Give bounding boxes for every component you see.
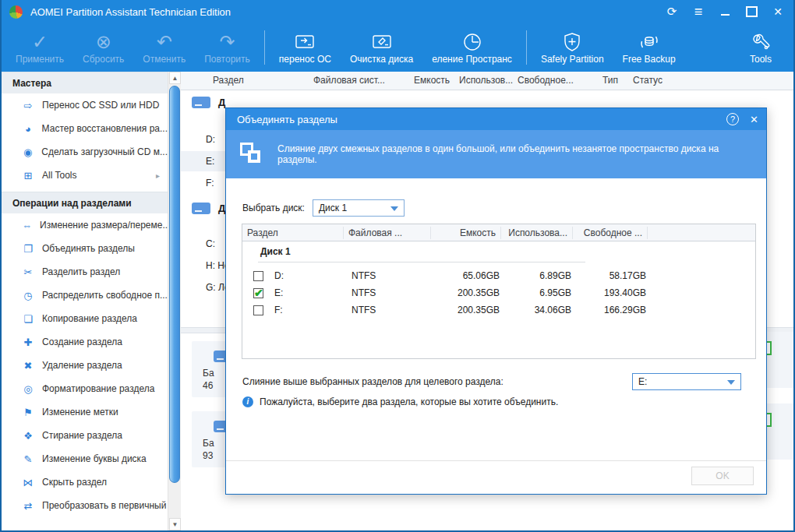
safely-partition-button[interactable]: Safely Partition: [532, 26, 613, 69]
app-window: AOMEI Partition Assistant Technician Edi…: [0, 0, 795, 532]
space-allocation-button[interactable]: еление Пространс: [422, 26, 521, 69]
disk-select-dropdown[interactable]: Диск 1: [313, 199, 405, 217]
free-backup-button[interactable]: Free Backup: [613, 26, 685, 69]
partition-list-header: Раздел Файловая сист... Емкость Использо…: [181, 72, 795, 90]
scroll-down-icon[interactable]: [169, 518, 181, 530]
toolbar: ✓ Применить ⊗ Сбросить ↶ Отменить ↷ Повт…: [0, 23, 795, 72]
sidebar-item-split-partition[interactable]: ✂ Разделить раздел: [2, 260, 168, 284]
refresh-icon[interactable]: [661, 2, 683, 22]
sidebar-item-bootable-cd[interactable]: ◉ Сделать загрузочный CD м...: [2, 140, 168, 164]
hide-icon: ⋈: [22, 477, 34, 488]
sidebar-section-wizards: Мастера: [2, 72, 168, 93]
sidebar-item-allocate-free-space[interactable]: ◷ Распределить свободное п...: [2, 284, 168, 307]
convert-arrows-icon: ⇄: [22, 500, 34, 512]
disk-group-row[interactable]: Д: [192, 203, 225, 214]
chevron-right-icon: [156, 171, 160, 180]
recovery-pie-icon: ◕: [22, 123, 34, 135]
migrate-os-disk-icon: [294, 30, 316, 54]
sidebar-scrollbar[interactable]: [168, 72, 181, 530]
sidebar-item-copy-partition[interactable]: ❏ Копирование раздела: [2, 307, 168, 330]
ok-button[interactable]: OK: [691, 467, 754, 485]
sidebar-item-delete-partition[interactable]: ✖ Удаление раздела: [2, 354, 168, 377]
shield-plus-icon: [562, 30, 582, 54]
disk-group-label: Диск 1: [242, 241, 755, 262]
sidebar-item-create-partition[interactable]: ✚ Создание раздела: [2, 330, 168, 354]
dialog-title-bar: Объединять разделы: [226, 108, 766, 130]
sidebar-item-merge-partitions[interactable]: ❐ Объединять разделы: [2, 237, 168, 260]
checkbox-e[interactable]: ✔: [253, 288, 263, 298]
minimize-button[interactable]: [714, 2, 736, 22]
migrate-os-button[interactable]: перенос ОС: [270, 26, 341, 69]
sidebar-item-change-drive-letter[interactable]: ✎ Изменение буквы диска: [2, 447, 168, 470]
sidebar-item-format-partition[interactable]: ◎ Форматирование раздела: [2, 377, 168, 400]
disk-icon: [192, 97, 210, 108]
maximize-button[interactable]: [740, 2, 762, 22]
dialog-banner: Слияние двух смежных разделов в один бол…: [226, 130, 766, 178]
partition-row-f[interactable]: F:: [181, 173, 225, 193]
close-button[interactable]: [767, 2, 789, 22]
partition-bar[interactable]: [764, 332, 795, 388]
table-row-e[interactable]: ✔ E: NTFS 200.35GB 6.95GB 193.40GB: [242, 284, 755, 301]
aomei-logo-icon: [9, 5, 23, 19]
sidebar-item-convert-to-primary[interactable]: ⇄ Преобразовать в первичный: [2, 494, 168, 517]
merge-partitions-dialog: Объединять разделы Слияние двух смежных …: [225, 107, 767, 495]
dialog-footer-divider: [226, 460, 766, 461]
undo-icon: ↶: [157, 30, 172, 54]
info-text: Пожалуйста, выберите два раздела, которы…: [260, 396, 558, 407]
pencil-icon: ✎: [22, 453, 34, 465]
undo-button[interactable]: ↶ Отменить: [133, 26, 195, 69]
apply-button[interactable]: ✓ Применить: [6, 26, 73, 69]
backup-database-icon: [639, 30, 659, 54]
table-row-d[interactable]: D: NTFS 65.06GB 6.89GB 58.17GB: [242, 267, 755, 284]
wrench-icon: [751, 30, 771, 54]
partition-bar[interactable]: [764, 403, 795, 460]
resize-arrows-icon: ⇔: [22, 220, 32, 231]
partition-row-g[interactable]: G: Лок: [181, 277, 225, 298]
chevron-down-icon: [727, 380, 735, 385]
window-title: AOMEI Partition Assistant Technician Edi…: [30, 6, 231, 18]
sidebar-item-all-tools[interactable]: ⊞ All Tools: [2, 164, 168, 187]
select-disk-label: Выбрать диск:: [242, 203, 305, 213]
info-icon: [242, 396, 253, 407]
clock-pie-icon: ◷: [22, 290, 34, 301]
target-partition-dropdown[interactable]: E:: [632, 373, 741, 390]
sidebar-item-change-label[interactable]: ⚑ Изменение метки: [2, 400, 168, 424]
sidebar-item-wipe-partition[interactable]: ❖ Стирание раздела: [2, 424, 168, 447]
menu-icon[interactable]: [687, 2, 709, 22]
plus-icon: ✚: [22, 336, 34, 348]
brush-icon: ❖: [22, 430, 34, 442]
tools-button[interactable]: Tools: [740, 26, 781, 69]
sidebar-item-hide-partition[interactable]: ⋈ Скрыть раздел: [2, 470, 168, 494]
checkbox-d[interactable]: [253, 271, 263, 281]
partition-row-d[interactable]: D:: [181, 129, 225, 150]
partition-row-c[interactable]: C:: [181, 234, 225, 254]
partition-row-e[interactable]: E:: [181, 151, 225, 171]
drive-arrow-icon: ⇨: [22, 100, 34, 111]
disk-cleanup-button[interactable]: Очистка диска: [341, 26, 422, 69]
toolbar-separator: [264, 30, 265, 65]
target-partition-label: Слияние выше выбранных разделов для целе…: [242, 376, 504, 387]
partition-row-h[interactable]: H: Нов: [181, 255, 225, 276]
dialog-title: Объединять разделы: [237, 114, 337, 125]
merge-partitions-icon: [240, 143, 263, 166]
table-row-f[interactable]: F: NTFS 200.35GB 34.06GB 166.29GB: [242, 301, 755, 319]
sidebar-item-migrate-os[interactable]: ⇨ Перенос ОС SSD или HDD: [2, 93, 168, 117]
scrollbar-thumb[interactable]: [169, 86, 180, 483]
chevron-down-icon: [390, 206, 398, 211]
sidebar: Мастера ⇨ Перенос ОС SSD или HDD ◕ Масте…: [2, 72, 168, 530]
scroll-up-icon[interactable]: [169, 72, 181, 84]
tag-icon: ⚑: [22, 407, 34, 418]
disk-cleanup-icon: [371, 30, 393, 54]
grid-icon: ⊞: [22, 170, 34, 181]
checkbox-f[interactable]: [253, 305, 263, 315]
disk-icon: [192, 203, 210, 214]
sidebar-item-partition-recovery[interactable]: ◕ Мастер восстановления ра...: [2, 117, 168, 140]
disk-group-row[interactable]: Д: [192, 97, 225, 108]
toolbar-separator: [526, 30, 527, 65]
help-icon[interactable]: [726, 113, 739, 125]
sidebar-item-resize-move[interactable]: ⇔ Изменение размера/переме...: [2, 213, 168, 237]
dialog-close-icon[interactable]: [750, 114, 758, 125]
dialog-table-header: Раздел Файловая ... Емкость Использова..…: [242, 224, 755, 241]
discard-button[interactable]: ⊗ Сбросить: [73, 26, 133, 69]
redo-button[interactable]: ↷ Повторить: [195, 26, 260, 69]
